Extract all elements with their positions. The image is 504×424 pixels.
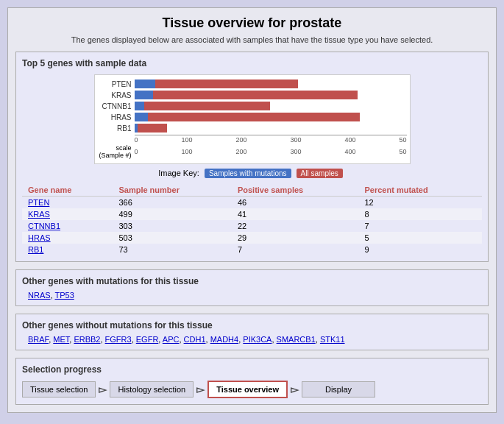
- bar-mutations: [135, 124, 138, 132]
- percent-mutated-cell: 8: [358, 208, 482, 220]
- bar-all-samples: [135, 91, 358, 99]
- arrow-3: ▻: [291, 384, 299, 395]
- table-row: KRAS499418: [22, 208, 482, 220]
- scale-label: scale (Sample #): [98, 144, 135, 159]
- other-mut-title: Other genes with mutations for this tiss…: [22, 276, 482, 286]
- positive-samples-cell: 7: [232, 244, 359, 255]
- nras-link[interactable]: NRAS: [28, 291, 51, 300]
- other-nomut-genes: BRAF, MET, ERBB2, FGFR3, EGFR, APC, CDH1…: [22, 335, 482, 344]
- sample-number-cell: 303: [113, 220, 231, 232]
- positive-samples-cell: 29: [232, 232, 359, 244]
- egfr-link[interactable]: EGFR: [136, 335, 159, 344]
- step-tissue-selection[interactable]: Tissue selection: [22, 381, 96, 398]
- chart-gene-label: RB1: [98, 124, 135, 132]
- chart-gene-label: CTNNB1: [98, 102, 135, 110]
- erbb2-link[interactable]: ERBB2: [74, 335, 100, 344]
- other-mut-section: Other genes with mutations for this tiss…: [15, 269, 489, 306]
- progress-title: Selection progress: [22, 364, 482, 375]
- bar-mutations: [135, 80, 155, 88]
- sample-number-cell: 366: [113, 197, 231, 209]
- bar-area: [135, 113, 407, 121]
- sample-number-cell: 73: [113, 244, 231, 255]
- chart-gene-label: KRAS: [98, 91, 135, 99]
- table-row: PTEN3664612: [22, 197, 482, 209]
- progress-section: Selection progress Tissue selection ▻ Hi…: [15, 358, 489, 405]
- bar-mutations: [135, 102, 144, 110]
- other-mut-genes: NRAS, TP53: [22, 291, 482, 300]
- sample-number-cell: 499: [113, 208, 231, 220]
- stk11-link[interactable]: STK11: [320, 335, 345, 344]
- step-histology-selection[interactable]: Histology selection: [110, 381, 194, 398]
- sample-number-cell: 503: [113, 232, 231, 244]
- bar-area: [135, 91, 407, 99]
- chart-row-pten: PTEN: [98, 80, 407, 88]
- image-key: Image Key: Samples with mutations All sa…: [22, 169, 482, 178]
- bar-all-samples: [135, 102, 270, 110]
- chart-gene-label: HRAS: [98, 113, 135, 121]
- gene-link-pten[interactable]: PTEN: [28, 198, 49, 207]
- positive-samples-cell: 46: [232, 197, 359, 209]
- gene-table: Gene name Sample number Positive samples…: [22, 184, 482, 255]
- gene-link-ctnnb1[interactable]: CTNNB1: [28, 222, 60, 230]
- page-subtitle: The genes displayed below are associated…: [15, 35, 489, 44]
- cdh1-link[interactable]: CDH1: [184, 335, 206, 344]
- chart-axis: 0 100 200 300 400 50: [98, 135, 407, 144]
- percent-mutated-cell: 12: [358, 197, 482, 209]
- axis-ticks: 0 100 200 300 400 50: [135, 135, 407, 144]
- percent-mutated-cell: 5: [358, 232, 482, 244]
- gene-link-hras[interactable]: HRAS: [28, 233, 51, 242]
- madh4-link[interactable]: MADH4: [210, 335, 239, 344]
- step-tissue-overview[interactable]: Tissue overview: [207, 381, 288, 398]
- chart-gene-label: PTEN: [98, 80, 135, 88]
- bar-area: [135, 124, 407, 132]
- table-row: RB17379: [22, 244, 482, 255]
- top5-title: Top 5 genes with sample data: [22, 58, 482, 68]
- bar-chart: PTENKRASCTNNB1HRASRB1 0 100 200 300 400 …: [94, 74, 411, 164]
- col-percent-mutated: Percent mutated: [358, 184, 482, 197]
- chart-row-kras: KRAS: [98, 91, 407, 99]
- pik3ca-link[interactable]: PIK3CA: [243, 335, 271, 344]
- met-link[interactable]: MET: [53, 335, 69, 344]
- step-display[interactable]: Display: [302, 381, 375, 398]
- bar-all-samples: [135, 80, 298, 88]
- top5-section: Top 5 genes with sample data PTENKRASCTN…: [15, 52, 489, 262]
- bar-mutations: [135, 91, 153, 99]
- smarcb1-link[interactable]: SMARCB1: [277, 335, 316, 344]
- bar-mutations: [135, 113, 148, 121]
- braf-link[interactable]: BRAF: [28, 335, 49, 344]
- chart-row-ctnnb1: CTNNB1: [98, 102, 407, 110]
- table-row: CTNNB1303227: [22, 220, 482, 232]
- arrow-2: ▻: [196, 384, 205, 395]
- percent-mutated-cell: 9: [358, 244, 482, 255]
- key-mutations: Samples with mutations: [205, 169, 291, 178]
- percent-mutated-cell: 7: [358, 220, 482, 232]
- progress-bar-row: Tissue selection ▻ Histology selection ▻…: [22, 381, 482, 398]
- page-title: Tissue overview for prostate: [15, 15, 489, 31]
- col-sample-number: Sample number: [113, 184, 231, 197]
- apc-link[interactable]: APC: [163, 335, 180, 344]
- other-nomut-title: Other genes without mutations for this t…: [22, 320, 482, 331]
- arrow-1: ▻: [99, 384, 107, 395]
- other-nomut-section: Other genes without mutations for this t…: [15, 314, 489, 350]
- bar-all-samples: [135, 113, 360, 121]
- col-gene-name: Gene name: [22, 184, 113, 197]
- tp53-link[interactable]: TP53: [54, 291, 74, 300]
- fgfr3-link[interactable]: FGFR3: [105, 335, 132, 344]
- key-all-samples: All samples: [297, 169, 343, 178]
- bar-area: [135, 80, 407, 88]
- gene-link-kras[interactable]: KRAS: [28, 210, 50, 219]
- chart-row-hras: HRAS: [98, 113, 407, 121]
- image-key-label: Image Key:: [158, 169, 199, 177]
- bar-area: [135, 102, 407, 110]
- axis-scale-row: scale (Sample #) 0 100 200 300 400 50: [98, 144, 407, 159]
- table-row: HRAS503295: [22, 232, 482, 244]
- col-positive-samples: Positive samples: [232, 184, 359, 197]
- positive-samples-cell: 22: [232, 220, 359, 232]
- gene-link-rb1[interactable]: RB1: [28, 245, 43, 254]
- chart-row-rb1: RB1: [98, 124, 407, 132]
- positive-samples-cell: 41: [232, 208, 359, 220]
- bar-all-samples: [135, 124, 167, 132]
